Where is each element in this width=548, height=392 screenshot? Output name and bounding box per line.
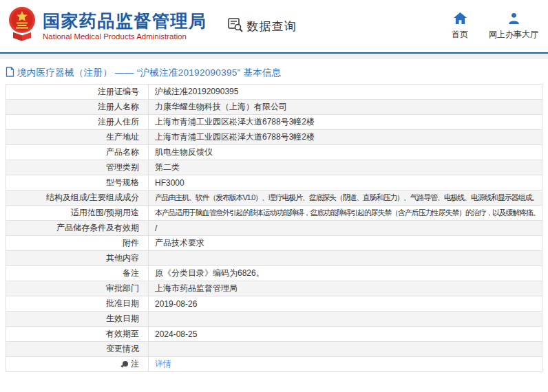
row-value-cell: 原《分类目录》编码为6826。 (149, 266, 542, 281)
header-nav: 首页 网上办事大厅 (452, 12, 538, 41)
row-label: 注册人名称 (98, 102, 139, 111)
row-label-cell: 生效日期 (6, 312, 149, 327)
table-row: 型号规格HF3000 (6, 175, 542, 190)
table-row: 产品储存条件及有效期/ (6, 221, 542, 236)
table-row: 注册人名称力康华耀生物科技（上海）有限公司 (6, 100, 542, 115)
row-label: 管理类别 (106, 162, 139, 172)
row-label: 注册人住所 (98, 117, 139, 127)
row-value-cell: 第二类 (149, 160, 542, 175)
row-value-cell: 详情 (149, 357, 542, 372)
row-label-cell: 注册人住所 (6, 115, 149, 130)
row-label-cell: 批准日期 (6, 296, 149, 312)
row-value-cell: 本产品适用于脑血管意外引起的肢体运动功能障碍，盆底功能障碍引起的尿失禁（含产后压… (149, 206, 542, 221)
row-label: 审批部门 (106, 283, 139, 293)
table-row: 批准日期2019-08-26 (6, 296, 542, 312)
row-value-cell: 上海市青浦工业园区崧泽大道6788号3幢2楼 (149, 115, 542, 130)
row-label-cell: 结构及组成/主要组成成分 (6, 190, 149, 206)
table-row: 产品名称肌电生物反馈仪 (6, 145, 542, 160)
row-label: 附件 (123, 238, 139, 248)
row-label: 有效期至 (106, 329, 139, 338)
row-label-cell: 产品储存条件及有效期 (6, 221, 149, 236)
row-value-cell (149, 312, 542, 327)
table-row: 其他内容 (6, 251, 542, 266)
row-label: 生产地址 (106, 132, 139, 142)
breadcrumb: 境内医疗器械（注册） —— “沪械注准20192090395” 基本信息 (0, 59, 548, 84)
row-label-cell: 产品名称 (6, 145, 149, 160)
table-row: 有效期至2024-08-25 (6, 327, 542, 342)
row-value-cell (149, 251, 542, 266)
table-row: 生效日期 (6, 312, 542, 327)
row-value-cell: 沪械注准20192090395 (149, 85, 542, 100)
site-header: 国家药品监督管理局 National Medical Products Admi… (0, 0, 548, 54)
table-row: 变更情况 (6, 342, 542, 357)
document-icon (6, 67, 14, 80)
row-label: 批准日期 (106, 298, 139, 308)
nav-item-home[interactable]: 首页 (452, 12, 468, 41)
row-label-cell: 变更情况 (6, 342, 149, 357)
row-label-cell: 注册人名称 (6, 100, 149, 115)
row-value-cell: HF3000 (149, 175, 542, 190)
org-titles: 国家药品监督管理局 National Medical Products Admi… (43, 12, 207, 41)
row-label: 变更情况 (106, 344, 139, 353)
row-label-cell: 管理类别 (6, 160, 149, 175)
data-query-label: 数据查询 (247, 19, 297, 34)
row-label: 型号规格 (106, 177, 139, 187)
detail-link[interactable]: 详情 (155, 359, 171, 369)
table-row: 审批部门上海市药品监督管理局 (6, 281, 542, 296)
row-label: 产品储存条件及有效期 (56, 223, 139, 232)
row-value-cell (149, 342, 542, 357)
row-value-cell: 2019-08-26 (149, 296, 542, 312)
row-label-cell: 其他内容 (6, 251, 149, 266)
row-label-cell: 型号规格 (6, 175, 149, 190)
registration-detail-table: 注册证编号沪械注准20192090395注册人名称力康华耀生物科技（上海）有限公… (6, 84, 542, 372)
table-row: 附件产品技术要求 (6, 236, 542, 251)
data-query-section[interactable]: 数据查询 (228, 18, 297, 35)
note-icon (123, 361, 128, 367)
row-value-cell: 上海市药品监督管理局 (149, 281, 542, 296)
row-label: 其他内容 (106, 253, 139, 263)
row-value-cell: / (149, 221, 542, 236)
row-label: 产品名称 (106, 147, 139, 157)
row-label-cell: 生产地址 (6, 130, 149, 145)
row-label: 适用范围/预期用途 (71, 208, 139, 217)
table-row: 生产地址上海市青浦工业园区崧泽大道6788号3幢2楼 (6, 130, 542, 145)
row-label: 备注 (123, 268, 139, 278)
row-label: 生效日期 (106, 314, 139, 323)
table-row: 适用范围/预期用途本产品适用于脑血管意外引起的肢体运动功能障碍，盆底功能障碍引起… (6, 206, 542, 221)
table-row: 结构及组成/主要组成成分产品由主机、软件（发布版本V1.0）、理疗电极片、盆底探… (6, 190, 542, 206)
row-label-cell: 有效期至 (6, 327, 149, 342)
row-label-cell: 审批部门 (6, 281, 149, 296)
table-row: 注册人住所上海市青浦工业园区崧泽大道6788号3幢2楼 (6, 115, 542, 130)
row-value-cell: 肌电生物反馈仪 (149, 145, 542, 160)
user-icon (508, 12, 520, 27)
nav-item-service-hall[interactable]: 网上办事大厅 (489, 12, 538, 41)
org-subtitle: National Medical Products Administration (43, 32, 207, 41)
logo-link[interactable]: 国家药品监督管理局 National Medical Products Admi… (7, 6, 207, 47)
org-title: 国家药品监督管理局 (43, 12, 207, 31)
table-row: 注册证编号沪械注准20192090395 (6, 85, 542, 100)
row-value-cell: 2024-08-25 (149, 327, 542, 342)
detail-table-body: 注册证编号沪械注准20192090395注册人名称力康华耀生物科技（上海）有限公… (6, 85, 542, 372)
row-label-cell: 备注 (6, 266, 149, 281)
row-value-cell: 上海市青浦工业园区崧泽大道6788号3幢2楼 (149, 130, 542, 145)
header-divider-strip (0, 54, 548, 59)
row-label: 注册证编号 (98, 87, 139, 96)
table-row: 注详情 (6, 357, 542, 372)
national-emblem-icon (7, 6, 37, 47)
table-row: 备注原《分类目录》编码为6826。 (6, 266, 542, 281)
row-label: 注 (131, 359, 139, 369)
nav-item-label: 网上办事大厅 (489, 29, 538, 41)
nav-item-label: 首页 (452, 29, 468, 41)
row-label: 结构及组成/主要组成成分 (46, 193, 139, 202)
row-value-cell: 力康华耀生物科技（上海）有限公司 (149, 100, 542, 115)
home-icon (454, 12, 467, 27)
row-label-cell: 注 (6, 357, 149, 372)
row-value-cell: 产品由主机、软件（发布版本V1.0）、理疗电极片、盆底探头（阴道、直肠和压力）、… (149, 190, 542, 206)
page-title: 境内医疗器械（注册） —— “沪械注准20192090395” 基本信息 (17, 67, 282, 79)
data-search-icon (228, 18, 244, 35)
row-label-cell: 附件 (6, 236, 149, 251)
row-label-cell: 适用范围/预期用途 (6, 206, 149, 221)
row-label-cell: 注册证编号 (6, 85, 149, 100)
table-row: 管理类别第二类 (6, 160, 542, 175)
row-value-cell: 产品技术要求 (149, 236, 542, 251)
